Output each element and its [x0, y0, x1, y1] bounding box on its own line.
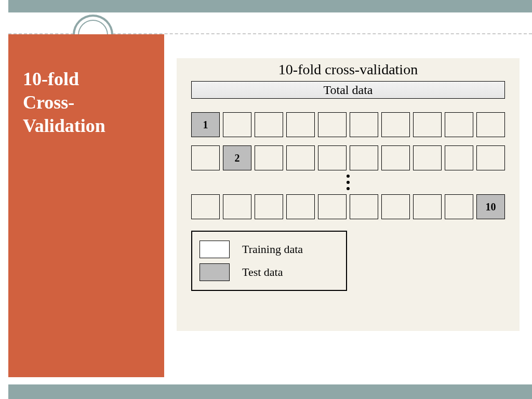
fold-row-10: 10	[191, 194, 505, 219]
total-data-bar: Total data	[191, 81, 505, 99]
fold-cell-train	[445, 112, 473, 137]
fold-cell-train	[350, 194, 378, 219]
legend-training-label: Training data	[242, 243, 303, 256]
cross-validation-diagram: 10-fold cross-validation Total data 1 2 …	[177, 58, 520, 331]
fold-row-1: 1	[191, 112, 505, 137]
legend-test-row: Test data	[200, 261, 339, 284]
fold-cell-train	[413, 145, 442, 170]
slide-title: 10-fold Cross- Validation	[23, 68, 150, 138]
fold-cell-test: 10	[476, 194, 505, 219]
legend-box: Training data Test data	[191, 231, 347, 291]
fold-cell-train	[350, 145, 378, 170]
fold-cell-test: 1	[191, 112, 220, 137]
fold-cell-train	[350, 112, 378, 137]
fold-cell-train	[255, 145, 283, 170]
fold-cell-train	[476, 145, 505, 170]
fold-cell-train	[476, 112, 505, 137]
fold-cell-train	[223, 112, 251, 137]
slide-title-line2: Cross-	[23, 92, 74, 113]
fold-cell-train	[191, 145, 220, 170]
fold-cell-train	[381, 145, 410, 170]
legend-training-row: Training data	[200, 238, 339, 261]
vertical-ellipsis-icon	[177, 170, 520, 194]
slide: 10-fold Cross- Validation 10-fold cross-…	[0, 0, 532, 399]
fold-cell-train	[445, 194, 473, 219]
top-accent-bar	[8, 0, 532, 12]
diagram-title: 10-fold cross-validation	[177, 58, 520, 78]
bottom-accent-bar	[8, 384, 532, 399]
fold-cell-train	[286, 145, 315, 170]
fold-cell-train	[191, 194, 220, 219]
slide-title-line1: 10-fold	[23, 69, 79, 89]
fold-cell-train	[286, 112, 315, 137]
test-swatch-icon	[200, 263, 230, 281]
training-swatch-icon	[200, 241, 230, 258]
fold-cell-train	[318, 194, 347, 219]
fold-cell-test: 2	[223, 145, 251, 170]
fold-cell-train	[286, 194, 315, 219]
fold-row-2: 2	[191, 145, 505, 170]
slide-title-line3: Validation	[23, 115, 105, 136]
fold-cell-train	[413, 112, 442, 137]
fold-cell-train	[318, 145, 347, 170]
fold-cell-train	[381, 112, 410, 137]
fold-cell-train	[255, 194, 283, 219]
fold-cell-train	[445, 145, 473, 170]
fold-cell-train	[318, 112, 347, 137]
fold-cell-train	[255, 112, 283, 137]
title-panel: 10-fold Cross- Validation	[8, 34, 164, 377]
legend-test-label: Test data	[242, 265, 283, 279]
fold-cell-train	[381, 194, 410, 219]
fold-cell-train	[223, 194, 251, 219]
fold-cell-train	[413, 194, 442, 219]
